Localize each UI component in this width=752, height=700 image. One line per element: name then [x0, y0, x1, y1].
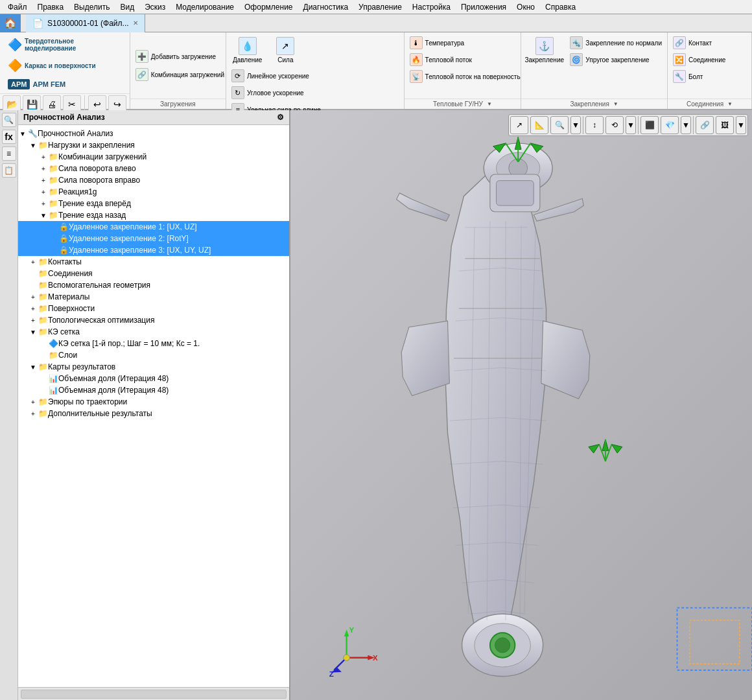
- vp-btn-7[interactable]: 💎: [661, 116, 679, 134]
- tree-item-fe_mesh[interactable]: ▼📁КЭ сетка: [18, 326, 289, 338]
- tree-item-constraint2[interactable]: 🔒Удаленное закрепление 2: [RotY]: [18, 233, 289, 244]
- vp-btn-2[interactable]: 📐: [530, 116, 548, 134]
- side-btn-2[interactable]: fx: [2, 130, 16, 144]
- tree-item-constraint3[interactable]: 🔒Удаленное закрепление 3: [UX, UY, UZ]: [18, 244, 289, 256]
- force-btn[interactable]: ↗ Сила: [268, 35, 302, 65]
- tree-item-reaction1g[interactable]: +📁Реакция1g: [18, 186, 289, 198]
- vp-btn-1[interactable]: ↗: [510, 116, 528, 134]
- menu-file[interactable]: Файл: [3, 1, 32, 13]
- menu-diagnostics[interactable]: Диагностика: [298, 1, 354, 13]
- normal-fixation-btn[interactable]: 🔩 Закрепление по нормали: [567, 35, 664, 51]
- menu-edit[interactable]: Правка: [32, 1, 69, 13]
- fixation-btn[interactable]: ⚓ Закрепление: [524, 35, 565, 65]
- tree-expand-friction_back[interactable]: ▼: [39, 212, 48, 219]
- add-load-btn[interactable]: ➕ Добавить загружение: [133, 49, 218, 64]
- tree-expand-force_left[interactable]: +: [39, 165, 48, 172]
- combo-loads-btn[interactable]: 🔗 Комбинация загружений: [133, 67, 227, 82]
- tree-item-surfaces[interactable]: +📁Поверхности: [18, 303, 289, 314]
- tree-scrollbar[interactable]: [18, 687, 289, 700]
- tree-expand-results_maps[interactable]: ▼: [29, 364, 38, 371]
- vp-btn-3[interactable]: 🔍: [550, 116, 569, 134]
- tree-item-aux_geometry[interactable]: 📁Вспомогательная геометрия: [18, 279, 289, 291]
- vp-btn-8[interactable]: 🔗: [696, 116, 714, 134]
- tree-horizontal-scrollbar[interactable]: [21, 690, 287, 699]
- vp-dropdown-2[interactable]: ▼: [626, 116, 636, 134]
- tree-expand-topology_opt[interactable]: +: [29, 317, 38, 324]
- tree-expand-loads_constraints[interactable]: ▼: [29, 142, 38, 149]
- tree-item-vol_share1[interactable]: 📊Объемная доля (Итерация 48): [18, 373, 289, 384]
- menu-view[interactable]: Вид: [115, 1, 139, 13]
- tree-expand-surfaces[interactable]: +: [29, 305, 38, 312]
- side-btn-1[interactable]: 🔍: [2, 113, 16, 127]
- tree-expand-contacts[interactable]: +: [29, 259, 38, 266]
- tree-expand-combinations[interactable]: +: [39, 154, 48, 161]
- tree-item-layers[interactable]: 📁Слои: [18, 349, 289, 361]
- side-btn-3[interactable]: ≡: [2, 146, 16, 161]
- elastic-fixation-btn[interactable]: 🌀 Упругое закрепление: [567, 52, 664, 67]
- tree-item-friction_fwd[interactable]: +📁Трение езда вперёд: [18, 198, 289, 209]
- tree-item-topology_opt[interactable]: +📁Топологическая оптимизация: [18, 314, 289, 326]
- surface-heat-btn[interactable]: 📡 Тепловой поток на поверхность: [407, 69, 523, 84]
- tree-expand-materials[interactable]: +: [29, 294, 38, 301]
- menu-window[interactable]: Окно: [511, 1, 540, 13]
- tree-item-contacts[interactable]: +📁Контакты: [18, 256, 289, 268]
- tree-item-force_right[interactable]: +📁Сила поворота вправо: [18, 174, 289, 186]
- tree-item-force_left[interactable]: +📁Сила поворота влево: [18, 163, 289, 174]
- linear-acc-btn[interactable]: ⟳ Линейное ускорение: [229, 68, 333, 84]
- bolt-btn[interactable]: 🔧 Болт: [670, 69, 705, 84]
- menu-design[interactable]: Оформление: [239, 1, 298, 13]
- vp-btn-6[interactable]: ⬛: [640, 116, 659, 134]
- vp-btn-9[interactable]: 🖼: [716, 116, 734, 134]
- tree-expand-root[interactable]: ▼: [18, 130, 27, 137]
- tree-expand-force_right[interactable]: +: [39, 177, 48, 184]
- tree-expand-friction_fwd[interactable]: +: [39, 200, 48, 207]
- connection-btn[interactable]: 🔀 Соединение: [670, 52, 728, 67]
- apm-fem-btn[interactable]: APM APM FEM: [3, 78, 71, 91]
- tree-item-friction_back[interactable]: ▼📁Трение езда назад: [18, 209, 289, 221]
- menu-apps[interactable]: Приложения: [456, 1, 511, 13]
- menu-manage[interactable]: Управление: [353, 1, 407, 13]
- angular-acc-btn[interactable]: ↻ Угловое ускорение: [229, 85, 333, 100]
- file-tab[interactable]: 📄 S10300001-01 (Файл... ✕: [26, 14, 145, 32]
- viewport[interactable]: ↗ 📐 🔍 ▼ ↕ ⟲ ▼ ⬛ 💎 ▼ 🔗 🖼 ▼: [290, 110, 752, 700]
- tree-item-root[interactable]: ▼🔧Прочностной Анализ: [18, 128, 289, 139]
- tree-item-constraint1[interactable]: 🔒Удаленное закрепление 1: [UX, UZ]: [18, 221, 289, 233]
- tree-item-materials[interactable]: +📁Материалы: [18, 291, 289, 303]
- pressure-btn[interactable]: 💧 Давление: [229, 35, 266, 65]
- tree-item-vol_share2[interactable]: 📊Объемная доля (Итерация 48): [18, 384, 289, 396]
- tree-item-mesh_detail[interactable]: 🔷КЭ сетка [1-й пор.; Шаг = 10 мм; Кс = 1…: [18, 338, 289, 349]
- tree-settings-icon[interactable]: ⚙: [277, 113, 284, 122]
- heat-flux-btn[interactable]: 🔥 Тепловой поток: [407, 52, 475, 67]
- vp-dropdown-3[interactable]: ▼: [681, 116, 691, 134]
- thermal-dropdown-arrow[interactable]: ▼: [487, 101, 492, 107]
- tree-item-trajectory[interactable]: +📁Эпюры по траектории: [18, 396, 289, 408]
- tree-item-loads_constraints[interactable]: ▼📁Нагрузки и закрепления: [18, 139, 289, 151]
- solid-modeling-btn[interactable]: 🔷 Твердотельное моделирование: [3, 35, 127, 54]
- contact-btn[interactable]: 🔗 Контакт: [670, 35, 714, 51]
- vp-btn-4[interactable]: ↕: [585, 116, 604, 134]
- tree-body[interactable]: ▼🔧Прочностной Анализ▼📁Нагрузки и закрепл…: [18, 125, 289, 687]
- frame-surfaces-btn[interactable]: 🔶 Каркас и поверхности: [3, 56, 101, 75]
- menu-modeling[interactable]: Моделирование: [170, 1, 239, 13]
- menu-settings[interactable]: Настройка: [407, 1, 456, 13]
- menu-sketch[interactable]: Эскиз: [139, 1, 170, 13]
- constraints-dropdown-arrow[interactable]: ▼: [613, 101, 618, 107]
- tree-expand-extra_results[interactable]: +: [29, 410, 38, 417]
- tree-item-connections[interactable]: 📁Соединения: [18, 268, 289, 279]
- vp-dropdown-1[interactable]: ▼: [570, 116, 581, 134]
- vp-btn-5[interactable]: ⟲: [605, 116, 624, 134]
- tree-item-results_maps[interactable]: ▼📁Карты результатов: [18, 361, 289, 373]
- menu-help[interactable]: Справка: [540, 1, 581, 13]
- connections-dropdown-arrow[interactable]: ▼: [727, 101, 733, 107]
- menu-select[interactable]: Выделить: [69, 1, 115, 13]
- home-tab-button[interactable]: 🏠: [0, 14, 21, 32]
- tab-close-button[interactable]: ✕: [133, 19, 138, 27]
- vp-dropdown-4[interactable]: ▼: [736, 116, 746, 134]
- tree-item-extra_results[interactable]: +📁Дополнительные результаты: [18, 408, 289, 419]
- tree-item-combinations[interactable]: +📁Комбинации загружений: [18, 151, 289, 163]
- tree-expand-trajectory[interactable]: +: [29, 399, 38, 406]
- temperature-btn[interactable]: 🌡 Температура: [407, 35, 467, 51]
- tree-expand-fe_mesh[interactable]: ▼: [29, 329, 38, 336]
- side-btn-4[interactable]: 📋: [2, 163, 16, 178]
- tree-expand-reaction1g[interactable]: +: [39, 189, 48, 196]
